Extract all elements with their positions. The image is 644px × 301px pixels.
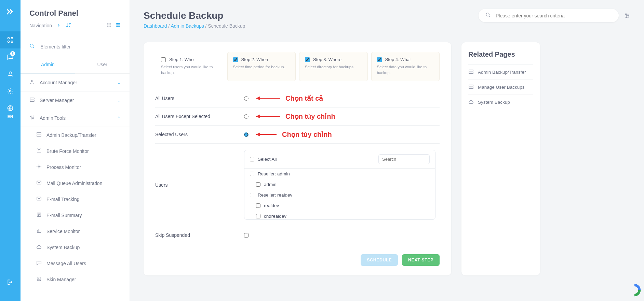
next-step-button[interactable]: NEXT STEP <box>402 254 440 266</box>
svg-point-5 <box>10 90 11 92</box>
logo-icon <box>5 7 15 18</box>
label-all-users: All Users <box>155 96 244 101</box>
step-2[interactable]: Step 2: When Select time period for back… <box>227 52 296 81</box>
nav-admin-tools[interactable]: Admin Tools ⌃ <box>21 109 130 127</box>
nav-sub-label: Process Monitor <box>46 164 81 170</box>
rail-logout-icon[interactable] <box>0 274 21 291</box>
chevron-up-icon: ⌃ <box>117 116 121 120</box>
skip-suspended-checkbox[interactable] <box>244 233 249 238</box>
step-title: Step 1: Who <box>169 57 194 62</box>
svg-rect-28 <box>37 133 41 134</box>
nav-sub-item[interactable]: Skin Manager <box>21 271 130 287</box>
grid-view-icon[interactable] <box>106 23 112 29</box>
nav-sub-label: Admin Backup/Transfer <box>46 132 96 138</box>
label-skip: Skip Suspended <box>155 232 244 238</box>
user-list-item[interactable]: realdev <box>244 200 435 211</box>
svg-rect-42 <box>469 85 473 86</box>
related-title: Related Pages <box>468 51 533 58</box>
user-checkbox[interactable] <box>256 203 260 208</box>
crumb-backups[interactable]: Admin Backups <box>171 23 204 29</box>
settings-icon[interactable] <box>624 13 630 19</box>
svg-rect-19 <box>117 25 120 26</box>
nav-sub-item[interactable]: E-mail Tracking <box>21 191 130 207</box>
elements-filter[interactable]: Elements filter <box>21 37 130 56</box>
svg-rect-24 <box>30 98 34 99</box>
annotation-selected: Chọn tùy chỉnh <box>282 130 332 139</box>
rail-messages-icon[interactable]: 3 <box>0 48 21 66</box>
nav-sub-item[interactable]: Message All Users <box>21 255 130 271</box>
svg-rect-11 <box>109 25 110 26</box>
step-4[interactable]: Step 4: What Select data you would like … <box>371 52 440 81</box>
related-item[interactable]: Admin Backup/Transfer <box>468 64 533 80</box>
user-label: Reseller: realdev <box>258 192 292 198</box>
nav-sub-item[interactable]: Service Monitor <box>21 223 130 239</box>
sort-icon[interactable] <box>66 22 72 29</box>
nav-sub-item[interactable]: Process Monitor <box>21 159 130 175</box>
nav-server-manager[interactable]: Server Manager ⌄ <box>21 91 130 109</box>
nav-sub-item[interactable]: Mail Queue Administration <box>21 175 130 191</box>
pin-icon[interactable] <box>57 23 61 28</box>
rail-lang[interactable]: EN <box>0 113 21 120</box>
tab-user[interactable]: User <box>75 56 130 73</box>
step-1[interactable]: Step 1: Who Select users you would like … <box>155 52 224 81</box>
crumb-current: Schedule Backup <box>208 23 245 29</box>
user-list-item[interactable]: Reseller: realdev <box>244 190 435 200</box>
user-checkbox[interactable] <box>250 193 254 197</box>
step-3[interactable]: Step 3: Where Select directory for backu… <box>299 52 368 81</box>
select-all-checkbox[interactable] <box>250 157 254 161</box>
user-list-item[interactable]: Reseller: admin <box>244 169 435 179</box>
nav-sub-item[interactable]: Admin Backup/Transfer <box>21 127 130 143</box>
nav-account-manager[interactable]: Account Manager ⌄ <box>21 74 130 91</box>
svg-point-30 <box>38 166 40 167</box>
select-all[interactable]: Select All <box>250 157 277 162</box>
nav-sub-item[interactable]: System Backup <box>21 239 130 255</box>
user-list-item[interactable]: cndrealdev <box>244 211 435 219</box>
svg-rect-21 <box>117 26 120 27</box>
chevron-down-icon: ⌄ <box>117 80 121 85</box>
rail-dashboard-icon[interactable] <box>0 31 21 48</box>
step-title: Step 3: Where <box>313 57 341 62</box>
user-list-item[interactable]: admin <box>244 179 435 190</box>
tab-admin[interactable]: Admin <box>21 56 75 73</box>
nav-sub-label: Skin Manager <box>46 277 76 282</box>
radio-all-users[interactable] <box>244 96 249 101</box>
radio-selected[interactable] <box>244 132 249 137</box>
user-checkbox[interactable] <box>256 182 260 187</box>
nav-icon <box>36 148 42 154</box>
related-item[interactable]: Manage User Backups <box>468 80 533 95</box>
rail-user-icon[interactable] <box>0 66 21 83</box>
nav-sub-item[interactable]: Brute Force Monitor <box>21 143 130 159</box>
user-checkbox[interactable] <box>250 172 254 176</box>
related-item[interactable]: System Backup <box>468 95 533 110</box>
label-selected: Selected Users <box>155 132 244 137</box>
svg-rect-25 <box>30 100 34 101</box>
svg-point-35 <box>38 278 39 279</box>
svg-rect-29 <box>37 135 41 136</box>
svg-point-1 <box>11 38 13 39</box>
schedule-button[interactable]: SCHEDULE <box>361 254 398 266</box>
radio-except[interactable] <box>244 114 249 119</box>
users-search-input[interactable] <box>378 154 430 164</box>
svg-rect-15 <box>110 26 111 27</box>
crumb-dashboard[interactable]: Dashboard <box>144 23 167 29</box>
nav-sub-label: E-mail Tracking <box>46 197 79 202</box>
rail-settings-icon[interactable] <box>0 83 21 100</box>
user-checkbox[interactable] <box>256 214 260 218</box>
nav-sub-label: Brute Force Monitor <box>46 148 89 154</box>
step-desc: Select data you would like to backup. <box>377 64 434 75</box>
sidebar-title: Control Panel <box>29 9 121 18</box>
search-input[interactable] <box>496 13 612 18</box>
global-search[interactable] <box>479 9 619 22</box>
nav-icon <box>36 244 42 250</box>
step-1-checkbox[interactable] <box>161 57 166 62</box>
related-icon <box>468 69 474 75</box>
step-4-checkbox[interactable] <box>377 57 382 62</box>
step-2-checkbox[interactable] <box>233 57 238 62</box>
step-desc: Select time period for backup. <box>233 64 290 70</box>
list-view-icon[interactable] <box>115 23 121 29</box>
svg-rect-18 <box>116 25 117 26</box>
nav-icon <box>36 180 42 186</box>
step-3-checkbox[interactable] <box>305 57 310 62</box>
nav-sub-item[interactable]: E-mail Summary <box>21 207 130 223</box>
row-users: Users Select All Reseller: adminadminRes… <box>155 144 440 226</box>
